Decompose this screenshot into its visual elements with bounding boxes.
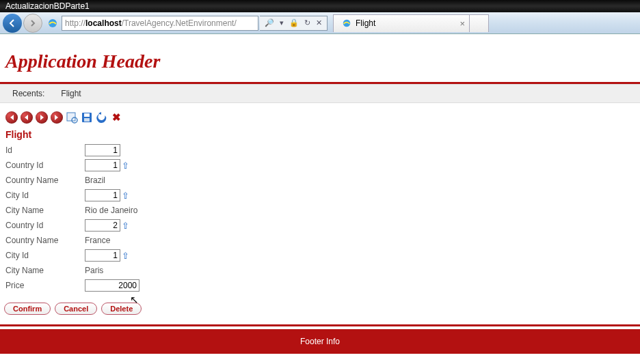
footer: Footer Info xyxy=(0,329,640,354)
action-button-row: Confirm Cancel Delete xyxy=(0,293,640,324)
prev-record-button[interactable] xyxy=(21,111,33,124)
tab-title: Flight xyxy=(356,18,375,28)
new-tab-button[interactable] xyxy=(470,14,489,32)
value-city-name-1: Rio de Janeiro xyxy=(85,206,137,215)
label-country-name-1: Country Name xyxy=(5,176,85,185)
undo-button[interactable] xyxy=(96,111,108,124)
delete-button[interactable]: Delete xyxy=(101,303,142,315)
browser-navbar: http://localhost/TravelAgency.NetEnviron… xyxy=(0,12,640,34)
label-city-id-1: City Id xyxy=(5,191,85,200)
footer-separator xyxy=(0,324,640,326)
arrow-right-icon xyxy=(29,19,37,27)
form-title: Flight xyxy=(0,128,640,143)
save-button[interactable] xyxy=(81,111,93,124)
svg-rect-5 xyxy=(84,113,90,117)
prompt-icon[interactable]: ⇧ xyxy=(122,191,129,201)
value-country-name-1: Brazil xyxy=(85,176,105,185)
value-city-name-2: Paris xyxy=(85,266,103,275)
input-id[interactable] xyxy=(85,144,120,156)
input-country-id-1[interactable] xyxy=(85,159,120,171)
page-body: Application Header Recents: Flight ✖ Fli… xyxy=(0,34,640,354)
input-country-id-2[interactable] xyxy=(85,219,120,232)
record-toolbar: ✖ xyxy=(0,103,640,128)
value-country-name-2: France xyxy=(85,236,110,245)
url-controls: 🔎 ▾ 🔒 ↻ ✕ xyxy=(260,16,328,31)
label-city-name-1: City Name xyxy=(5,206,85,215)
address-bar[interactable]: http://localhost/TravelAgency.NetEnviron… xyxy=(62,16,258,31)
prompt-icon[interactable]: ⇧ xyxy=(122,160,129,171)
stop-icon[interactable]: ✕ xyxy=(314,18,324,27)
prompt-icon[interactable]: ⇧ xyxy=(122,221,129,231)
nav-back-button[interactable] xyxy=(3,14,22,33)
label-country-id-2: Country Id xyxy=(5,221,85,230)
label-country-name-2: Country Name xyxy=(5,236,85,245)
ie-icon xyxy=(46,17,59,29)
arrow-left-icon xyxy=(8,18,17,28)
url-path: /TravelAgency.NetEnvironment/ xyxy=(122,18,237,28)
input-city-id-1[interactable] xyxy=(85,189,120,201)
tab-favicon xyxy=(341,17,353,29)
input-city-id-2[interactable] xyxy=(85,249,120,262)
tab-close-icon[interactable]: × xyxy=(459,18,465,29)
footer-text: Footer Info xyxy=(300,337,340,346)
recents-label: Recents: xyxy=(12,89,44,98)
refresh-icon[interactable]: ↻ xyxy=(302,18,312,27)
next-record-button[interactable] xyxy=(36,111,48,124)
last-record-button[interactable] xyxy=(51,111,63,124)
select-button[interactable] xyxy=(66,111,78,124)
label-country-id-1: Country Id xyxy=(5,160,85,170)
search-icon[interactable]: 🔎 xyxy=(263,18,276,27)
app-header: Application Header xyxy=(0,34,640,82)
svg-rect-6 xyxy=(84,118,90,122)
label-city-id-2: City Id xyxy=(5,251,85,260)
cancel-button[interactable]: Cancel xyxy=(55,303,97,315)
lock-icon[interactable]: 🔒 xyxy=(287,18,301,27)
flight-form: Id Country Id ⇧ Country Name Brazil City… xyxy=(0,143,640,293)
label-id: Id xyxy=(5,145,85,155)
browser-tab[interactable]: Flight × xyxy=(333,14,470,32)
window-titlebar: ActualizacionBDParte1 xyxy=(0,0,640,12)
svg-rect-2 xyxy=(67,113,75,121)
recents-link[interactable]: Flight xyxy=(61,89,81,98)
window-title: ActualizacionBDParte1 xyxy=(5,1,90,11)
url-host: localhost xyxy=(85,18,122,28)
recents-bar: Recents: Flight xyxy=(0,84,640,103)
confirm-button[interactable]: Confirm xyxy=(4,303,51,315)
dropdown-icon[interactable]: ▾ xyxy=(278,18,286,27)
delete-icon-button[interactable]: ✖ xyxy=(111,111,122,124)
prompt-icon[interactable]: ⇧ xyxy=(122,251,129,261)
label-price: Price xyxy=(5,281,85,290)
nav-forward-button[interactable] xyxy=(23,14,42,33)
input-price[interactable] xyxy=(85,279,139,292)
label-city-name-2: City Name xyxy=(5,266,85,275)
url-prefix: http:// xyxy=(65,18,85,28)
first-record-button[interactable] xyxy=(5,111,18,124)
